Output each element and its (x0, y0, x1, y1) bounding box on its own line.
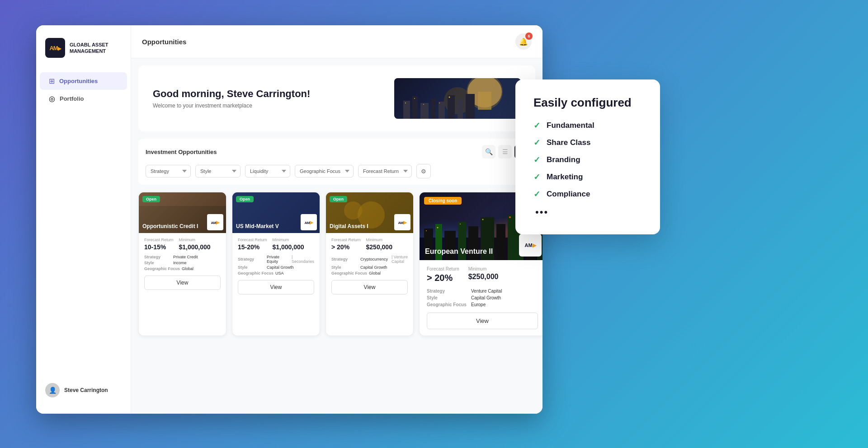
card-2-style-value: Capital Growth (267, 265, 294, 270)
featured-geo-value: Europe (471, 302, 486, 307)
card-2-minimum-value: $1,000,000 (273, 243, 304, 251)
config-item-compliance: ✓ Compliance (533, 189, 642, 199)
card-2-forecast-label: Forecast Return (238, 238, 267, 242)
featured-forecast-label: Forecast Return (427, 266, 459, 271)
card-1-view-button[interactable]: View (144, 275, 221, 290)
filter-dropdowns: Strategy Style Liquidity Geographic Focu… (146, 164, 528, 178)
card-3-style-row: Style Capital Growth (331, 265, 408, 270)
check-compliance-icon: ✓ (533, 189, 540, 199)
card-1-forecast-label: Forecast Return (144, 238, 174, 242)
config-item-fundamental: ✓ Fundamental (533, 121, 642, 131)
card-3-metrics: Forecast Return > 20% Minimum $250,000 (331, 238, 408, 251)
search-button[interactable]: 🔍 (482, 145, 495, 159)
svg-point-38 (482, 219, 484, 220)
card-3-minimum-value: $250,000 (366, 243, 392, 251)
featured-geo-row: Geographic Focus Europe (427, 302, 538, 307)
list-view-button[interactable]: ☰ (498, 145, 512, 159)
check-branding-icon: ✓ (533, 155, 540, 165)
featured-style-label: Style (427, 295, 467, 300)
card-1-style-row: Style Income (144, 261, 221, 265)
card-1-style-label: Style (144, 261, 171, 265)
card-3-geo-row: Geographic Focus Global (331, 271, 408, 275)
card-2-strategy-value: Private Equity (267, 255, 288, 264)
filter-settings-button[interactable]: ⚙ (416, 164, 431, 178)
card-1-image: Open Opportunistic Credit I AM▶ (139, 192, 226, 233)
company-name: GLOABL ASSET MANAGEMENT (70, 42, 108, 55)
welcome-banner: Good morning, Steve Carrington! Welcome … (138, 65, 535, 131)
card-1-geo-value: Global (182, 266, 193, 271)
card-3-forecast-value: > 20% (331, 243, 349, 251)
check-marketing-icon: ✓ (533, 172, 540, 182)
cards-container: Open Opportunistic Credit I AM▶ Forecast… (131, 185, 542, 343)
card-1-minimum-value: $1,000,000 (179, 243, 211, 251)
featured-minimum-group: Minimum $250,000 (468, 266, 499, 283)
geographic-focus-filter[interactable]: Geographic Focus (295, 165, 354, 177)
svg-point-37 (460, 224, 461, 224)
logo-text-amx: AM▶ (49, 45, 61, 51)
logo-area: AM▶ GLOABL ASSET MANAGEMENT (36, 38, 131, 72)
featured-forecast-group: Forecast Return > 20% (427, 266, 459, 283)
card-2-logo: AM▶ (301, 214, 317, 230)
card-3-strategy-value: Cryptocurrency (360, 257, 388, 261)
style-filter[interactable]: Style (195, 165, 241, 177)
page-title: Opportunities (142, 38, 186, 46)
card-3-view-button[interactable]: View (331, 280, 408, 294)
card-1-geo-row: Geographic Focus Global (144, 266, 221, 271)
config-item-marketing: ✓ Marketing (533, 172, 642, 182)
card-1-style-value: Income (173, 261, 187, 265)
filter-section: Investment Opportunities 🔍 ☰ ⊞ Strategy … (138, 139, 535, 185)
sidebar-item-portfolio[interactable]: ◎ Portfolio (40, 90, 127, 107)
config-item-branding: ✓ Branding (533, 155, 642, 165)
card-3-strategy-row: Strategy Cryptocurrency | Venture Capita… (331, 255, 408, 264)
card-3-strategy-label: Strategy (331, 257, 359, 261)
featured-minimum-label: Minimum (468, 266, 499, 271)
strategy-filter[interactable]: Strategy (146, 165, 191, 177)
investment-opps-label: Investment Opportunities (146, 149, 217, 155)
card-1-minimum-label: Minimum (179, 238, 211, 242)
card-2-geo-label: Geographic Focus (238, 271, 274, 275)
config-item-marketing-label: Marketing (547, 173, 583, 182)
config-item-branding-label: Branding (547, 155, 580, 164)
card-digital-assets: Open Digital Assets I AM▶ Forecast Retur… (326, 192, 414, 336)
featured-card-body: Forecast Return > 20% Minimum $250,000 S… (420, 260, 542, 336)
config-item-share-class: ✓ Share Class (533, 138, 642, 148)
card-1-logo: AM▶ (207, 214, 223, 230)
liquidity-filter[interactable]: Liquidity (245, 165, 290, 177)
svg-point-22 (344, 201, 362, 219)
portfolio-icon: ◎ (49, 94, 55, 103)
card-3-minimum-label: Minimum (366, 238, 392, 242)
card-2-status-badge: Open (236, 196, 254, 202)
card-3-logo: AM▶ (394, 214, 410, 230)
config-title: Easily configured (533, 96, 642, 110)
card-1-forecast-group: Forecast Return 10-15% (144, 238, 174, 251)
filter-header: Investment Opportunities 🔍 ☰ ⊞ (146, 145, 528, 159)
svg-point-12 (405, 103, 406, 103)
user-avatar: 👤 (45, 383, 60, 397)
card-1-strategy-label: Strategy (144, 255, 171, 259)
card-1-metrics: Forecast Return 10-15% Minimum $1,000,00… (144, 238, 221, 251)
featured-card-view-button[interactable]: View (427, 313, 538, 329)
sidebar-item-opportunities[interactable]: ⊞ Opportunities (40, 72, 127, 90)
featured-forecast-value: > 20% (427, 273, 453, 283)
config-item-share-class-label: Share Class (547, 138, 590, 147)
config-item-fundamental-label: Fundamental (547, 121, 594, 130)
card-2-metrics: Forecast Return 15-20% Minimum $1,000,00… (238, 238, 314, 251)
card-2-secondaries: | Secondaries (292, 255, 314, 264)
svg-point-15 (439, 103, 440, 103)
card-2-geo-value: USA (275, 271, 284, 275)
card-2-forecast-group: Forecast Return 15-20% (238, 238, 267, 251)
notification-button[interactable]: 🔔 6 (515, 33, 532, 50)
card-3-tags: Strategy Cryptocurrency | Venture Capita… (331, 255, 408, 275)
user-name: Steve Carrington (64, 387, 108, 393)
top-bar: Opportunities 🔔 6 (131, 25, 542, 58)
featured-style-row: Style Capital Growth (427, 295, 538, 300)
svg-rect-27 (444, 231, 456, 260)
card-3-style-value: Capital Growth (360, 265, 387, 270)
svg-point-16 (449, 97, 450, 98)
card-2-view-button[interactable]: View (238, 280, 314, 294)
card-2-tags: Strategy Private Equity | Secondaries St… (238, 255, 314, 275)
card-us-midmarket: Open US Mid-Market V AM▶ Forecast Return… (232, 192, 320, 336)
forecast-return-filter[interactable]: Forecast Return (358, 165, 412, 177)
card-2-strategy-label: Strategy (238, 257, 265, 261)
config-panel: Easily configured ✓ Fundamental ✓ Share … (515, 79, 660, 234)
